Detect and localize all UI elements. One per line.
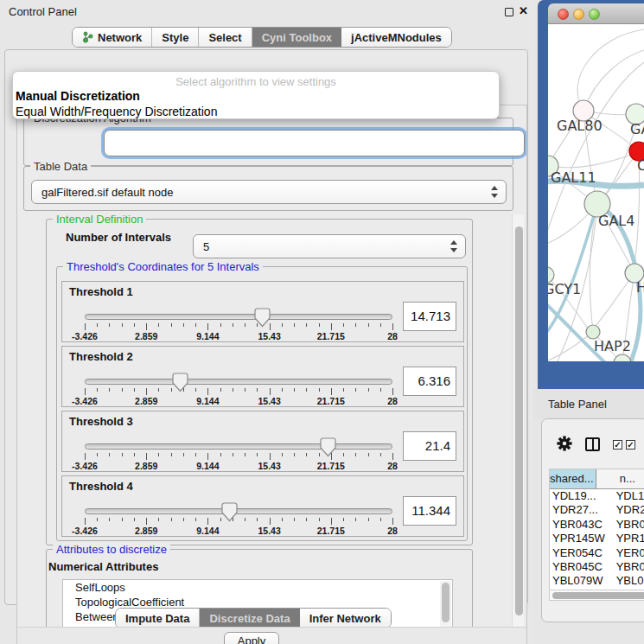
checkbox-icon[interactable]: ✓	[626, 440, 635, 450]
table-row[interactable]: YBL079WYBL0...	[550, 574, 644, 588]
table-cell[interactable]: YBR043C	[550, 518, 611, 532]
threshold-slider[interactable]: -3.4262.8599.14415.4321.71528	[85, 373, 392, 407]
threshold-slider[interactable]: -3.4262.8599.14415.4321.71528	[85, 437, 392, 472]
network-canvas[interactable]: GAL80GACGAL11GAL4GCY1HHAP2	[548, 24, 644, 361]
scrollbar-thumb[interactable]	[552, 592, 644, 599]
dropdown-option-manual[interactable]: Manual Discretization	[13, 88, 499, 104]
tick-mark	[109, 518, 110, 521]
network-node[interactable]	[614, 354, 631, 361]
table-row[interactable]: YBR043CYBR0...	[550, 518, 644, 532]
traffic-light-minimize-icon[interactable]	[573, 9, 584, 20]
top-tab-bar: Network Style Select Cyni Toolbox jActiv…	[72, 27, 452, 48]
table-cell[interactable]: YPR1...	[611, 532, 644, 545]
checkbox-icon[interactable]: ✓	[613, 440, 622, 450]
slider-track[interactable]	[85, 314, 392, 320]
node-table[interactable]: shared... n... YDL19...YDL1...YDR27...YD…	[549, 469, 644, 590]
number-of-intervals-combo[interactable]: 5	[193, 234, 466, 258]
table-header-shared-name[interactable]: shared...	[550, 469, 596, 488]
tab-network-label: Network	[98, 31, 142, 44]
scrollbar-thumb[interactable]	[515, 226, 523, 615]
dropdown-option-equal-width[interactable]: Equal Width/Frequency Discretization	[13, 104, 499, 119]
scrollbar-thumb[interactable]	[442, 583, 450, 622]
table-cell[interactable]: YDL19...	[550, 489, 611, 503]
threshold-slider[interactable]: -3.4262.8599.14415.4321.71528	[85, 308, 392, 342]
interval-definition-title: Interval Definition	[53, 213, 146, 226]
tick-mark	[146, 323, 147, 330]
spinner-icon	[450, 240, 457, 252]
table-row[interactable]: YDL19...YDL1...	[550, 489, 644, 503]
tick-mark	[306, 388, 307, 392]
tick-mark	[282, 323, 283, 327]
slider-handle[interactable]	[254, 308, 271, 328]
table-cell[interactable]: YDR27...	[550, 503, 611, 517]
tab-infer-network[interactable]: Infer Network	[300, 609, 391, 628]
tick-mark	[97, 323, 98, 327]
traffic-light-close-icon[interactable]	[558, 9, 569, 20]
tab-style[interactable]: Style	[152, 28, 199, 47]
table-header-name[interactable]: n...	[596, 469, 644, 488]
tab-network[interactable]: Network	[73, 28, 152, 47]
table-horizontal-scrollbar[interactable]	[549, 590, 644, 601]
tick-mark	[392, 518, 393, 525]
table-panel-titlebar: Table Panel	[533, 389, 644, 418]
table-cell[interactable]: YPR145W	[550, 532, 611, 545]
table-cell[interactable]: YBR045C	[550, 560, 611, 574]
tick-mark	[122, 388, 123, 392]
float-window-icon[interactable]	[505, 8, 513, 16]
table-cell[interactable]: YER054C	[550, 546, 611, 560]
table-row[interactable]: YDR27...YDR2...	[550, 503, 644, 517]
slider-tick-labels: -3.4262.8599.14415.4321.71528	[85, 331, 392, 341]
column-browser-icon[interactable]	[585, 437, 600, 451]
table-cell[interactable]: YDL1...	[611, 489, 644, 503]
threshold-slider[interactable]: -3.4262.8599.14415.4321.71528	[85, 502, 392, 537]
tab-select[interactable]: Select	[199, 28, 252, 47]
table-cell[interactable]: YBL0...	[611, 574, 644, 588]
threshold-value-field[interactable]: 21.4	[403, 431, 456, 461]
table-cell[interactable]: YBR0...	[611, 560, 644, 574]
traffic-light-zoom-icon[interactable]	[589, 9, 600, 20]
tick-mark	[380, 388, 381, 392]
threshold-label: Threshold 1	[69, 285, 133, 298]
tab-jactivemnodules[interactable]: jActiveMNodules	[341, 28, 451, 47]
table-cell[interactable]: YBR0...	[611, 518, 644, 532]
tab-impute-data[interactable]: Impute Data	[116, 609, 200, 628]
tick-label: 15.43	[258, 461, 280, 471]
tick-mark	[245, 388, 245, 392]
table-row[interactable]: YER054CYER0...	[550, 546, 644, 560]
threshold-value-field[interactable]: 6.316	[403, 367, 456, 396]
table-row[interactable]: YPR145WYPR1...	[550, 532, 644, 545]
tick-mark	[85, 453, 86, 460]
network-node[interactable]	[586, 325, 600, 339]
algorithm-dropdown: Select algorithm to view settings Manual…	[12, 71, 500, 119]
table-data-combo[interactable]: galFiltered.sif default node	[31, 180, 507, 204]
tick-label: 9.144	[196, 396, 219, 406]
network-window-titlebar[interactable]	[548, 3, 644, 24]
apply-button[interactable]: Apply	[224, 632, 279, 644]
slider-handle[interactable]	[172, 373, 188, 392]
panel-scrollbar[interactable]	[512, 214, 524, 644]
attribute-list-item[interactable]: SelfLoops	[63, 580, 452, 595]
tick-mark	[122, 518, 123, 521]
slider-handle[interactable]	[221, 502, 238, 522]
threshold-value-field[interactable]: 11.344	[403, 496, 456, 526]
close-icon[interactable]: ✕	[519, 4, 528, 17]
slider-track[interactable]	[85, 443, 392, 450]
tick-mark	[183, 453, 184, 456]
slider-track[interactable]	[85, 379, 392, 385]
algorithm-combo[interactable]	[104, 130, 525, 156]
table-cell[interactable]: YBL079W	[550, 574, 611, 588]
tick-mark	[134, 323, 135, 327]
tick-label: 28	[387, 526, 398, 536]
table-row[interactable]: YBR045CYBR0...	[550, 560, 644, 574]
slider-track[interactable]	[85, 508, 392, 514]
threshold-label: Threshold 4	[69, 480, 133, 493]
gear-icon[interactable]	[556, 435, 573, 456]
table-cell[interactable]: YER0...	[611, 546, 644, 560]
tick-mark	[294, 323, 295, 327]
threshold-value-field[interactable]: 14.713	[403, 302, 456, 331]
table-cell[interactable]: YDR2...	[611, 503, 644, 517]
slider-handle[interactable]	[320, 437, 336, 457]
tab-cyni-toolbox[interactable]: Cyni Toolbox	[252, 28, 341, 47]
threshold-row: Threshold 2 -3.4262.8599.14415.4321.7152…	[61, 346, 464, 407]
tab-discretize-data[interactable]: Discretize Data	[200, 609, 299, 628]
